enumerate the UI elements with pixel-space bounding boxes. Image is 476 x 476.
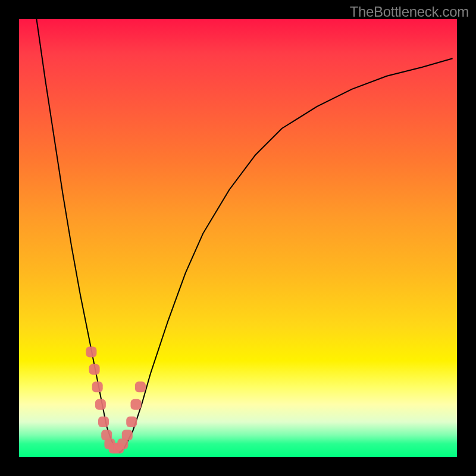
- marker-point: [98, 416, 109, 427]
- chart-plot-area: [19, 19, 457, 457]
- marker-point: [92, 381, 103, 392]
- marker-point: [135, 381, 146, 392]
- marker-point: [89, 364, 100, 375]
- marker-point: [86, 346, 96, 357]
- marker-point: [131, 399, 142, 410]
- marker-point: [95, 399, 106, 410]
- highlighted-markers: [86, 346, 146, 453]
- marker-point: [126, 416, 137, 427]
- marker-point: [122, 430, 133, 440]
- watermark-text: TheBottleneck.com: [350, 4, 469, 20]
- chart-svg: [19, 19, 457, 457]
